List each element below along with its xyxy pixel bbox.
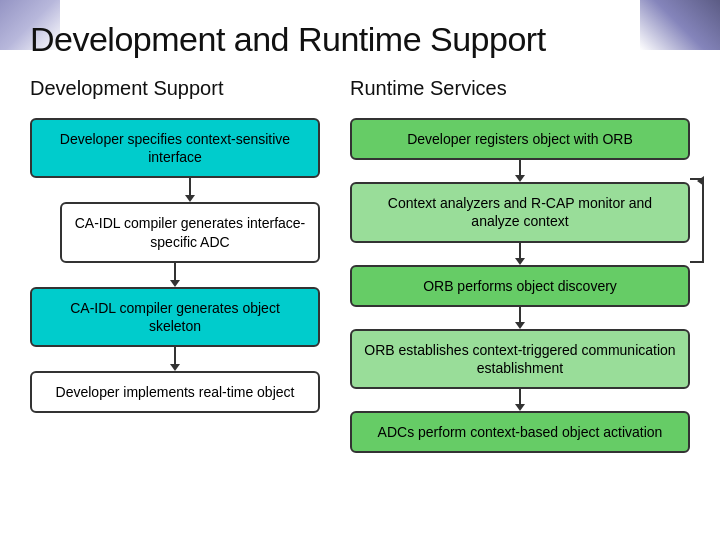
ca-idl-interface-box: CA-IDL compiler generates interface-spec… [60, 202, 320, 262]
main-container: Development and Runtime Support Developm… [0, 0, 720, 473]
right-arrow-2 [350, 243, 690, 265]
ca-idl-skeleton-box: CA-IDL compiler generates object skeleto… [30, 287, 320, 347]
right-column-header: Runtime Services [350, 77, 690, 100]
left-column-header: Development Support [30, 77, 320, 100]
orb-discovery-box: ORB performs object discovery [350, 265, 690, 307]
right-column-flow: Developer registers object with ORB Cont… [350, 118, 690, 453]
developer-implements-box: Developer implements real-time object [30, 371, 320, 413]
left-sub-section: CA-IDL compiler generates interface-spec… [60, 178, 320, 262]
adcs-perform-box: ADCs perform context-based object activa… [350, 411, 690, 453]
page-title: Development and Runtime Support [30, 20, 690, 59]
feedback-arrow [690, 178, 704, 263]
right-arrow-4 [350, 389, 690, 411]
arrow-1 [60, 178, 320, 202]
right-arrow-1 [350, 160, 690, 182]
columns-container: Development Support Developer specifies … [30, 77, 690, 453]
right-arrow-3 [350, 307, 690, 329]
arrow-2 [30, 263, 320, 287]
left-column: Development Support Developer specifies … [30, 77, 320, 413]
context-analyzers-box: Context analyzers and R-CAP monitor and … [350, 182, 690, 242]
feedback-arrow-head [697, 176, 704, 186]
right-column: Runtime Services Developer registers obj… [350, 77, 690, 453]
arrow-3 [30, 347, 320, 371]
orb-establishes-box: ORB establishes context-triggered commun… [350, 329, 690, 389]
developer-specifies-box: Developer specifies context-sensitive in… [30, 118, 320, 178]
developer-registers-box: Developer registers object with ORB [350, 118, 690, 160]
